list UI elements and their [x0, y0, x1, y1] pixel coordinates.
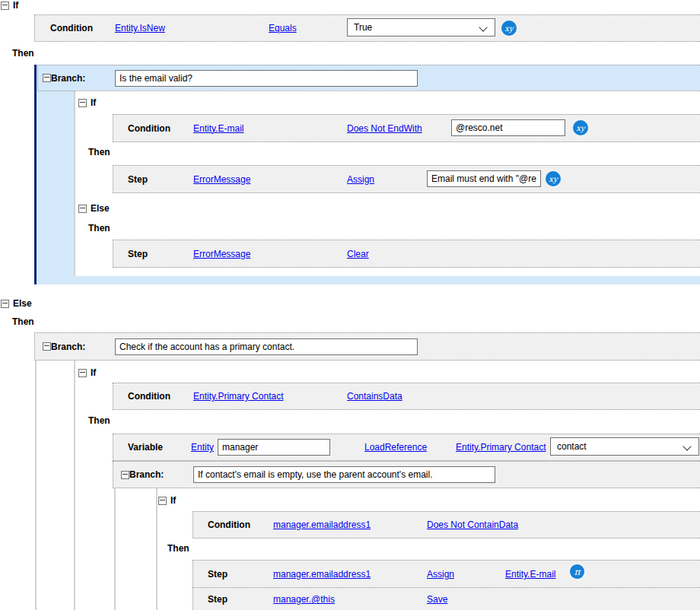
branch-name-input[interactable]	[193, 466, 495, 483]
operator-link[interactable]: Save	[427, 588, 447, 610]
branch-collapse	[43, 333, 51, 360]
row-type-label: Condition	[128, 383, 170, 409]
step-row: Step manager.emailaddress1 Assign Entity…	[192, 560, 700, 589]
row-type-label: Condition	[208, 512, 250, 538]
then-node: Then	[88, 147, 110, 157]
variable-name-input[interactable]	[218, 439, 330, 456]
branch-name-input[interactable]	[115, 70, 418, 87]
branch-collapse	[121, 462, 129, 488]
row-type-label: Condition	[128, 115, 170, 141]
if-node: If	[78, 97, 96, 108]
branch-header-row: Branch:	[37, 65, 700, 91]
condition-row: Condition manager.emailaddress1 Does Not…	[192, 511, 700, 539]
field-link[interactable]: manager.@this	[273, 588, 335, 610]
if-node: If	[1, 0, 18, 11]
branch-name-input[interactable]	[115, 338, 418, 355]
then-node: Then	[12, 48, 34, 59]
if-node: If	[158, 495, 176, 506]
guide-line	[74, 359, 75, 610]
then-node: Then	[12, 316, 34, 327]
row-type-label: Step	[208, 588, 228, 610]
row-type-label: Step	[208, 561, 228, 588]
then-label: Then	[12, 48, 34, 59]
if-node: If	[78, 367, 96, 378]
step-row: Step ErrorMessage Assign xy	[113, 165, 700, 193]
else-label: Else	[13, 298, 32, 309]
operator-link[interactable]: LoadReference	[364, 434, 427, 460]
if-label: If	[91, 97, 96, 108]
row-type-label: Step	[128, 240, 148, 267]
operator-link[interactable]: Does Not EndWith	[347, 115, 422, 141]
then-label: Then	[167, 543, 189, 554]
collapse-icon[interactable]	[43, 74, 51, 82]
field-link[interactable]: Entity.Primary Contact	[193, 383, 283, 409]
collapse-icon[interactable]	[158, 497, 167, 505]
then-node: Then	[88, 415, 110, 426]
operator-link[interactable]: Equals	[269, 15, 297, 41]
branch-label: Branch:	[129, 462, 164, 488]
collapse-icon[interactable]	[1, 300, 9, 308]
guide-line	[35, 359, 37, 610]
guide-line	[114, 487, 116, 610]
if-label: If	[91, 367, 96, 378]
field-link[interactable]: manager.emailaddress1	[273, 512, 371, 538]
value-input[interactable]	[451, 119, 565, 136]
if-label: If	[170, 495, 176, 506]
if-label: If	[13, 0, 18, 11]
value-dropdown[interactable]: True	[347, 18, 495, 37]
branch-label: Branch:	[51, 333, 85, 360]
field-link[interactable]: Entity.IsNew	[115, 15, 165, 41]
operator-link[interactable]: Does Not ContainData	[427, 512, 518, 538]
operator-link[interactable]: ContainsData	[347, 383, 402, 409]
row-type-label: Step	[128, 166, 148, 192]
branch-collapse	[43, 65, 51, 91]
field-link[interactable]: ErrorMessage	[193, 240, 250, 267]
operator-link[interactable]: Assign	[347, 166, 374, 192]
row-type-label: Variable	[128, 434, 163, 460]
pi-badge-icon[interactable]: π	[570, 564, 584, 579]
scope-link[interactable]: Entity	[191, 434, 214, 460]
step-row: Step manager.@this Save	[192, 587, 700, 610]
guide-line	[156, 487, 158, 610]
then-label: Then	[88, 147, 110, 157]
chevron-down-icon	[479, 23, 487, 31]
operator-link[interactable]: Assign	[427, 561, 454, 588]
collapse-icon[interactable]	[121, 471, 129, 479]
variable-row: Variable Entity LoadReference Entity.Pri…	[113, 434, 700, 461]
else-node: Else	[78, 203, 110, 214]
dropdown-value: contact	[557, 441, 587, 452]
collapse-icon[interactable]	[78, 205, 87, 213]
then-label: Then	[88, 415, 110, 426]
source-link[interactable]: Entity.Primary Contact	[456, 434, 546, 460]
chevron-down-icon	[682, 442, 691, 450]
field-link[interactable]: Entity.E-mail	[193, 115, 243, 141]
else-label: Else	[91, 203, 110, 214]
then-label: Then	[88, 223, 110, 234]
field-link[interactable]: ErrorMessage	[193, 166, 250, 192]
value-link[interactable]: Entity.E-mail	[505, 561, 555, 588]
xy-badge-icon[interactable]: xy	[501, 21, 517, 36]
operator-link[interactable]: Clear	[347, 240, 369, 267]
condition-row: Condition Entity.Primary Contact Contain…	[113, 383, 700, 410]
collapse-icon[interactable]	[78, 369, 87, 377]
collapse-icon[interactable]	[78, 99, 87, 107]
then-node: Then	[88, 223, 110, 234]
dropdown-value: True	[354, 22, 372, 33]
entity-type-dropdown[interactable]: contact	[550, 437, 699, 456]
branch-header-row: Branch:	[34, 332, 700, 361]
branch-header-row: Branch:	[113, 461, 700, 488]
condition-row: Condition Entity.IsNew Equals True xy	[34, 14, 700, 42]
xy-badge-icon[interactable]: xy	[573, 120, 588, 135]
branch-label: Branch:	[51, 65, 85, 91]
xy-badge-icon[interactable]: xy	[546, 171, 561, 186]
step-row: Step ErrorMessage Clear	[113, 240, 700, 268]
rule-editor: If Condition Entity.IsNew Equals True xy…	[0, 0, 700, 610]
collapse-icon[interactable]	[43, 342, 51, 351]
collapse-icon[interactable]	[1, 2, 9, 10]
then-node: Then	[167, 543, 189, 554]
field-link[interactable]: manager.emailaddress1	[273, 561, 371, 588]
row-type-label: Condition	[50, 15, 93, 41]
value-input[interactable]	[427, 170, 541, 187]
else-node: Else	[1, 298, 32, 309]
condition-row: Condition Entity.E-mail Does Not EndWith…	[113, 114, 700, 142]
